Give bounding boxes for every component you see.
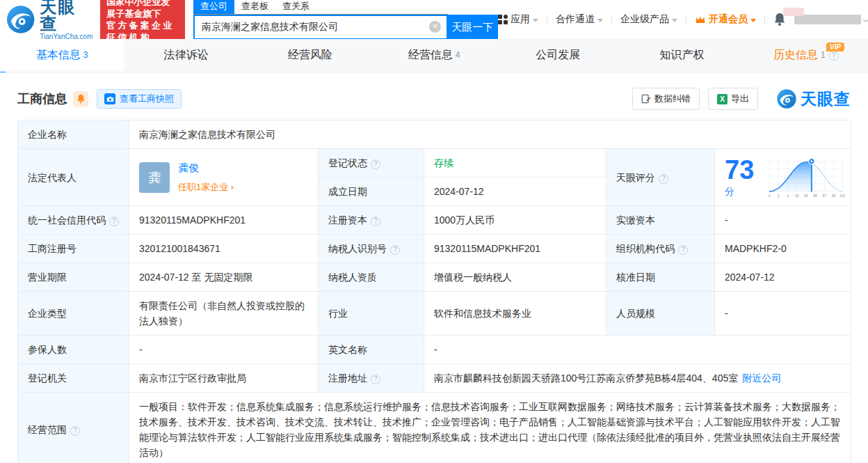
table-row: 企业名称 南京海澜之家信息技术有限公司 [18,120,851,149]
svg-text:15: 15 [795,194,799,198]
legal-rep-companies-link[interactable]: 任职1家企业 › [178,180,234,195]
taxpayer-quality-value: 增值税一般纳税人 [424,263,606,292]
reg-capital-value: 1000万人民币 [424,206,606,235]
tab-count: 3 [83,50,88,60]
watermark-text: 天眼查 [801,88,851,110]
company-type-label: 企业类型 [18,292,129,336]
help-icon[interactable]: ? [371,375,380,384]
establish-date-value: 2024-07-12 [424,178,606,206]
reg-status-label: 登记状态? [319,149,424,178]
legal-rep-avatar[interactable]: 龚 [139,162,170,193]
logo-swirl-icon [6,4,35,35]
search-input[interactable] [193,15,447,40]
view-business-snapshot-button[interactable]: 查看工商快照 [97,89,182,109]
search-button[interactable]: 天眼一下 [447,15,498,40]
excel-icon: X [717,94,728,104]
english-name-label: 英文名称 [319,336,424,364]
monitor-bell-badge[interactable] [73,91,88,107]
tab-history-info[interactable]: VIP 历史信息 1 ? [744,39,868,72]
legal-rep-name-link[interactable]: 龚俊 [178,160,234,175]
score-distribution-chart: 0131550859799100 [767,156,845,199]
nearby-companies-link[interactable]: 附近公司 [742,372,781,384]
search-tab-boss[interactable]: 查老板 [234,0,275,14]
tab-legal-proceedings[interactable]: 法律诉讼 [124,39,248,72]
tab-label: 经营风险 [288,48,332,63]
score-cell: 73分 [715,149,851,206]
header-nav: 应用 合作通道 企业级产品 开通会员 [498,13,861,26]
help-icon[interactable]: ? [371,159,380,169]
divider [686,15,686,24]
tab-basic-info[interactable]: 基本信息 3 [0,39,124,72]
help-icon[interactable]: ? [678,245,688,255]
approval-date-label: 核准日期 [606,263,715,292]
business-term-value: 2024-07-12 至 无固定期限 [129,263,319,292]
nav-apps-label: 应用 [511,13,530,26]
tianyancha-logo[interactable]: 天眼查 TianYanCha.com [6,0,93,40]
chevron-down-icon [597,19,603,22]
reg-authority-value: 南京市江宁区行政审批局 [129,364,319,393]
divider [611,15,612,24]
taxpayer-quality-label: 纳税人资质 [319,263,424,292]
export-button-label: 导出 [731,93,749,105]
tab-operating-risk[interactable]: 经营风险 [248,39,372,72]
tab-label: 公司发展 [536,48,580,63]
svg-text:0: 0 [769,194,771,198]
nav-enterprise-products[interactable]: 企业级产品 [620,13,677,26]
svg-text:1: 1 [778,194,780,198]
table-row: 登记机关 南京市江宁区行政审批局 注册地址? 南京市麒麟科技创新园天骄路100号… [18,364,851,393]
credit-code-value: 91320115MADPKHF201 [129,206,319,235]
snapshot-button-label: 查看工商快照 [120,93,174,105]
logo-title: 天眼查 [40,0,93,32]
nav-membership-label: 开通会员 [709,13,748,26]
top-header: 天眼查 TianYanCha.com 国家中小企业发展子基金旗下 官方备案企业征… [0,0,868,39]
main-tab-bar: 基本信息 3 法律诉讼 经营风险 经营信息 4 公司发展 知识产权 VIP 历史… [0,39,868,72]
chevron-down-icon [863,17,868,22]
chevron-down-icon [750,19,756,22]
user-account-redacted[interactable] [794,15,861,24]
help-icon[interactable]: ? [390,245,400,255]
org-code-label: 组织机构代码? [606,235,715,263]
english-name-value: - [424,336,851,364]
nav-cooperation[interactable]: 合作通道 [556,13,603,26]
table-row: 企业类型 有限责任公司（非自然人投资或控股的法人独资） 行业 软件和信息技术服务… [18,292,851,336]
score-axis-ticks: 0131550859799100 [769,194,845,198]
chevron-down-icon [672,19,677,22]
data-correction-button[interactable]: 数据纠错 [632,88,700,110]
svg-text:97: 97 [823,194,827,198]
help-icon[interactable]: ? [70,426,80,436]
nav-apps[interactable]: 应用 [498,13,538,26]
crown-icon [695,15,706,24]
score-label: 天眼评分? [606,149,715,206]
insured-value: - [129,336,319,364]
tab-operating-info[interactable]: 经营信息 4 [372,39,496,72]
search-tab-company[interactable]: 查公司 [193,0,234,14]
industry-value: 软件和信息技术服务业 [424,292,606,336]
apps-grid-icon [498,15,508,24]
tab-company-development[interactable]: 公司发展 [496,39,620,72]
help-icon[interactable]: ? [829,51,839,61]
export-button[interactable]: X 导出 [708,88,758,110]
org-code-value: MADPKHF2-0 [715,235,851,263]
approval-date-value: 2024-07-12 [715,263,851,292]
correction-button-label: 数据纠错 [654,93,691,105]
help-icon[interactable]: ? [109,217,119,226]
business-scope-value: 一般项目：软件开发；信息系统集成服务；信息系统运行维护服务；信息技术咨询服务；工… [129,393,851,463]
camera-icon [104,93,115,104]
divider [764,15,765,24]
divider [547,15,547,24]
business-term-label: 营业期限 [18,263,129,292]
table-row: 法定代表人 龚 龚俊 任职1家企业 › 登记状态? 存续 天眼评分? 73分 [18,149,851,178]
search-tab-relation[interactable]: 查关系 [275,0,316,14]
help-icon[interactable]: ? [371,217,380,226]
industry-label: 行业 [319,292,424,336]
help-icon[interactable]: ? [659,174,668,184]
staff-size-label: 人员规模 [606,292,715,336]
watermark-logo: 天眼查 [776,88,851,110]
svg-text:100: 100 [840,194,845,198]
table-row: 工商注册号 320121001843671 纳税人识别号? 91320115MA… [18,235,851,263]
company-name-label: 企业名称 [18,120,129,149]
tab-label: 基本信息 [36,48,81,63]
watermark-swirl-icon [776,88,797,109]
tab-intellectual-property[interactable]: 知识产权 [620,39,744,72]
nav-open-membership[interactable]: 开通会员 [695,13,756,26]
